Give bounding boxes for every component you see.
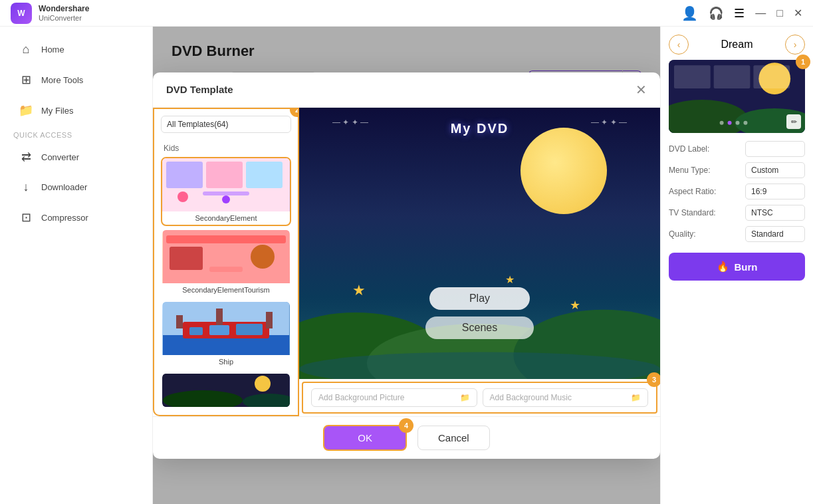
burn-button[interactable]: 🔥 Burn — [669, 253, 805, 281]
bg-picture-input[interactable]: Add Background Picture 📁 — [311, 388, 477, 407]
sidebar-item-converter-label: Converter — [41, 152, 79, 162]
preview-edit-button[interactable]: ✏ — [786, 114, 801, 129]
template-thumbnail-dark — [162, 374, 290, 407]
modal-footer: 4 OK Cancel — [153, 416, 660, 459]
svg-rect-33 — [674, 65, 711, 88]
minimize-button[interactable]: — — [755, 7, 766, 19]
sidebar-item-more-tools[interactable]: ⊞ More Tools — [5, 66, 147, 94]
template-prev-button[interactable]: ‹ — [669, 35, 689, 55]
dvd-label-input[interactable] — [745, 141, 805, 157]
maximize-button[interactable]: □ — [776, 7, 783, 19]
menu-icon[interactable]: ☰ — [734, 6, 745, 21]
dvd-star-2: ★ — [505, 273, 515, 286]
modal-overlay: DVD Template ✕ 2 All Templates(64) — [153, 27, 660, 504]
template-name: Dream — [721, 39, 753, 51]
template-card-secondary-element-label: SecondaryElement — [162, 211, 290, 225]
cancel-button[interactable]: Cancel — [417, 426, 490, 450]
template-card-secondary-tourism[interactable]: SecondaryElementTourism — [161, 229, 291, 298]
svg-rect-19 — [209, 325, 229, 335]
dvd-stars-right: — ✦ ✦ — — [591, 118, 627, 127]
aspect-ratio-select[interactable]: 16:9 4:3 — [745, 184, 805, 199]
bg-music-input[interactable]: Add Background Music 📁 — [483, 388, 649, 407]
svg-rect-34 — [714, 65, 751, 88]
close-button[interactable]: ✕ — [794, 7, 802, 19]
template-card-secondary-element[interactable]: SecondaryElement — [161, 157, 291, 226]
dvd-scenes-button[interactable]: Scenes — [425, 316, 534, 339]
bg-music-folder-icon[interactable]: 📁 — [631, 393, 641, 402]
svg-rect-6 — [203, 191, 249, 195]
burn-icon: 🔥 — [717, 261, 729, 273]
sidebar-item-converter[interactable]: ⇄ Converter — [5, 143, 147, 171]
template-card-dark[interactable] — [161, 372, 291, 408]
right-panel-template-preview: ✏ — [669, 60, 805, 133]
template-card-tourism-label: SecondaryElementTourism — [162, 283, 290, 297]
aspect-ratio-label: Aspect Ratio: — [669, 187, 716, 196]
settings-grid: DVD Label: Menu Type: Custom Standard No… — [669, 141, 805, 242]
template-thumbnail-tourism — [162, 230, 290, 283]
sidebar-item-compress-label: Compressor — [41, 213, 88, 223]
title-bar: W Wondershare UniConverter 👤 🎧 ☰ — □ ✕ — [0, 0, 813, 27]
svg-point-4 — [177, 191, 188, 202]
sidebar-item-my-files-label: My Files — [41, 106, 73, 116]
sidebar-item-home[interactable]: ⌂ Home — [5, 36, 147, 63]
setting-row-aspect-ratio: Aspect Ratio: 16:9 4:3 — [669, 184, 805, 199]
menu-type-label: Menu Type: — [669, 166, 710, 175]
dvd-buttons: Play Scenes — [425, 287, 534, 339]
bg-picture-folder-icon[interactable]: 📁 — [460, 393, 470, 402]
quick-access-label: Quick Access — [0, 126, 152, 142]
sidebar-item-compressor[interactable]: ⊡ Compressor — [5, 203, 147, 231]
sidebar-item-my-files[interactable]: 📁 My Files — [5, 96, 147, 124]
svg-rect-3 — [246, 162, 283, 188]
dvd-title: My DVD — [451, 121, 509, 136]
dvd-template-modal: DVD Template ✕ 2 All Templates(64) — [153, 72, 660, 459]
headphone-icon[interactable]: 🎧 — [709, 6, 723, 21]
home-icon: ⌂ — [19, 43, 33, 57]
title-bar-right: 👤 🎧 ☰ — □ ✕ — [681, 5, 802, 21]
svg-rect-18 — [189, 327, 203, 335]
template-next-button[interactable]: › — [785, 35, 805, 55]
dvd-label-label: DVD Label: — [669, 144, 709, 154]
setting-row-tv-standard: TV Standard: NTSC PAL — [669, 205, 805, 221]
modal-close-button[interactable]: ✕ — [636, 82, 647, 98]
main-layout: ⌂ Home ⊞ More Tools 📁 My Files Quick Acc… — [0, 27, 813, 504]
template-filter-select[interactable]: All Templates(64) Kids Tourism — [161, 116, 291, 133]
quality-select[interactable]: Standard High Low — [745, 226, 805, 242]
app-name-group: Wondershare UniConverter — [39, 4, 89, 21]
svg-rect-8 — [166, 235, 286, 243]
right-panel-preview-wrapper: 1 — [669, 60, 805, 141]
sidebar: ⌂ Home ⊞ More Tools 📁 My Files Quick Acc… — [0, 27, 153, 504]
preview-footer-wrapper: 3 Add Background Picture 📁 Add Backgroun… — [299, 379, 660, 416]
preview-area: — ✦ ✦ — — ✦ ✦ — My DVD — [299, 108, 660, 416]
dvd-play-button[interactable]: Play — [429, 287, 530, 310]
menu-type-select[interactable]: Custom Standard None — [745, 162, 805, 178]
template-list-panel: 2 All Templates(64) Kids Tourism Kids — [153, 108, 299, 416]
modal-title: DVD Template — [166, 84, 233, 95]
category-kids-label: Kids — [161, 141, 291, 154]
burn-button-label: Burn — [735, 261, 758, 273]
app-logo: W — [11, 3, 32, 24]
dvd-moon — [521, 128, 607, 214]
app-subname: UniConverter — [39, 14, 89, 22]
svg-point-5 — [222, 195, 230, 203]
svg-rect-15 — [176, 315, 183, 328]
annotation-badge-1: 1 — [796, 55, 810, 69]
title-bar-left: W Wondershare UniConverter — [11, 3, 89, 24]
template-card-ship[interactable]: Ship — [161, 301, 291, 370]
user-icon[interactable]: 👤 — [681, 5, 698, 21]
my-files-icon: 📁 — [19, 103, 33, 118]
ok-button[interactable]: OK — [323, 425, 407, 451]
svg-point-39 — [743, 121, 747, 125]
annotation-badge-2: 2 — [290, 108, 299, 117]
app-container: W Wondershare UniConverter 👤 🎧 ☰ — □ ✕ ⌂… — [0, 0, 813, 504]
ok-button-wrapper: 4 OK — [323, 425, 407, 451]
svg-rect-20 — [236, 324, 263, 335]
dvd-star-1: ★ — [352, 282, 366, 299]
dvd-star-3: ★ — [570, 298, 580, 313]
quality-label: Quality: — [669, 229, 696, 239]
tv-standard-select[interactable]: NTSC PAL — [745, 205, 805, 221]
content-area: DVD Burner Burn video to: DVD Folder DVD… — [153, 27, 660, 504]
annotation-badge-3: 3 — [647, 372, 660, 387]
svg-rect-17 — [266, 312, 273, 328]
bg-picture-placeholder: Add Background Picture — [318, 393, 404, 402]
sidebar-item-downloader[interactable]: ↓ Downloader — [5, 174, 147, 201]
